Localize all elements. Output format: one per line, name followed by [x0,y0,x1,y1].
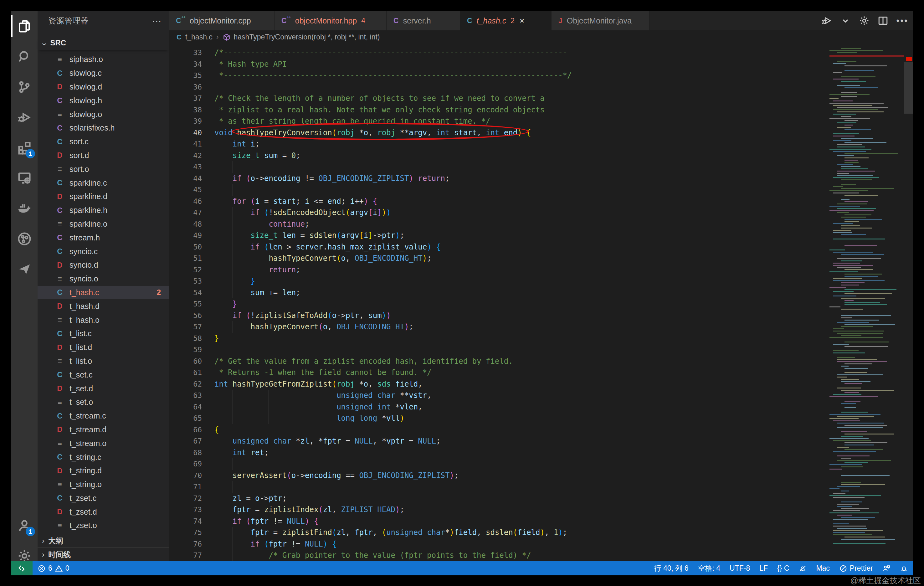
code-line-70[interactable]: 70 serverAssert(o->encoding == OBJ_ENCOD… [169,470,913,482]
code-line-66[interactable]: 66{ [169,424,913,436]
file-row-syncio.c[interactable]: Csyncio.c [38,244,169,258]
sidebar-section-src[interactable]: ⌄ SRC [38,36,169,50]
files-activity-icon[interactable] [11,11,38,41]
code-line-62[interactable]: 62int hashTypeGetFromZiplist(robj *o, sd… [169,378,913,390]
code-line-67[interactable]: 67 unsigned char *zl, *fptr = NULL, *vpt… [169,436,913,447]
file-row-slowlog.c[interactable]: Cslowlog.c [38,66,169,80]
docker-activity-icon[interactable] [11,193,38,223]
code-line-71[interactable]: 71 [169,481,913,493]
code-line-56[interactable]: 56 if (!ziplistSafeToAdd(o->ptr, sum)) [169,310,913,322]
file-row-siphash.o[interactable]: ≡siphash.o [38,53,169,66]
scrollbar-slider[interactable] [904,62,913,114]
code-line-76[interactable]: 76 if (fptr != NULL) { [169,538,913,550]
file-row-slowlog.d[interactable]: Dslowlog.d [38,80,169,94]
breadcrumb-symbol[interactable]: hashTypeTryConversion(robj *, robj **, i… [234,33,380,41]
tab-ObjectMonitor.java[interactable]: JObjectMonitor.java [551,11,650,30]
file-row-sparkline.d[interactable]: Dsparkline.d [38,190,169,203]
file-row-solarisfixes.h[interactable]: Csolarisfixes.h [38,121,169,135]
code-line-55[interactable]: 55 } [169,298,913,310]
code-line-34[interactable]: 34 * Hash type API [169,59,913,70]
sidebar-more-actions-icon[interactable]: ⋯ [152,15,162,26]
file-row-t_set.c[interactable]: Ct_set.c [38,368,169,381]
code-line-48[interactable]: 48 continue; [169,218,913,230]
code-line-47[interactable]: 47 if (!sdsEncodedObject(argv[i])) [169,207,913,218]
problems-status[interactable]: 60 [38,564,69,573]
file-row-t_string.c[interactable]: Ct_string.c [38,450,169,464]
status-item[interactable]: UTF-8 [729,564,750,573]
file-row-syncio.d[interactable]: Dsyncio.d [38,258,169,272]
file-row-t_stream.d[interactable]: Dt_stream.d [38,423,169,437]
code-line-69[interactable]: 69 [169,458,913,470]
circle-slash-status-item[interactable]: Prettier [839,564,873,573]
account-activity-icon[interactable]: 1 [11,510,38,541]
chevron-down-icon[interactable] [840,15,851,26]
file-row-t_hash.d[interactable]: Dt_hash.d [38,299,169,313]
file-row-slowlog.o[interactable]: ≡slowlog.o [38,107,169,121]
code-line-35[interactable]: 35 *------------------------------------… [169,70,913,81]
code-line-33[interactable]: 33/*------------------------------------… [169,47,913,59]
status-item[interactable]: 空格: 4 [698,563,720,573]
send-activity-icon[interactable] [11,254,38,284]
code-line-63[interactable]: 63 unsigned char **vstr, [169,390,913,401]
file-row-sparkline.o[interactable]: ≡sparkline.o [38,217,169,231]
file-row-t_hash.o[interactable]: ≡t_hash.o [38,313,169,327]
close-icon[interactable]: × [520,16,524,26]
code-line-68[interactable]: 68 int ret; [169,447,913,459]
code-line-74[interactable]: 74 if (fptr != NULL) { [169,515,913,527]
code-line-37[interactable]: 37/* Check the length of a number of obj… [169,92,913,104]
file-row-t_hash.c[interactable]: Ct_hash.c2 [38,286,169,300]
code-line-58[interactable]: 58} [169,333,913,344]
code-line-57[interactable]: 57 hashTypeConvert(o, OBJ_ENCODING_HT); [169,321,913,333]
code-line-50[interactable]: 50 if (len > server.hash_max_ziplist_val… [169,241,913,253]
code-line-60[interactable]: 60/* Get the value from a ziplist encode… [169,356,913,367]
minimap[interactable] [830,44,904,561]
file-row-t_string.d[interactable]: Dt_string.d [38,464,169,478]
file-row-t_zset.o[interactable]: ≡t_zset.o [38,519,169,533]
status-item[interactable]: Mac [816,564,830,573]
file-row-slowlog.h[interactable]: Cslowlog.h [38,94,169,107]
code-line-39[interactable]: 39 * as their string length can be queri… [169,116,913,127]
code-line-38[interactable]: 38 * ziplist to a real hash. Note that w… [169,104,913,116]
split-editor-icon[interactable] [878,15,888,26]
status-item[interactable]: {} C [777,564,789,573]
feedback-status-item[interactable] [883,565,891,573]
file-row-t_list.c[interactable]: Ct_list.c [38,327,169,340]
file-row-t_stream.c[interactable]: Ct_stream.c [38,409,169,423]
live-share-activity-icon[interactable] [11,223,38,254]
file-row-sparkline.h[interactable]: Csparkline.h [38,203,169,217]
code-area[interactable]: 33/*------------------------------------… [169,44,913,561]
tab-t_hash.c[interactable]: Ct_hash.c2× [460,11,551,30]
file-row-t_zset.c[interactable]: Ct_zset.c [38,492,169,505]
code-line-53[interactable]: 53 } [169,276,913,287]
code-line-51[interactable]: 51 hashTypeConvert(o, OBJ_ENCODING_HT); [169,253,913,264]
gear-icon[interactable] [859,15,870,26]
tab-server.h[interactable]: Cserver.h [386,11,460,30]
code-line-52[interactable]: 52 return; [169,264,913,276]
file-row-sort.o[interactable]: ≡sort.o [38,162,169,176]
code-line-54[interactable]: 54 sum += len; [169,287,913,299]
breadcrumb-file[interactable]: t_hash.c [185,33,213,41]
code-line-59[interactable]: 59 [169,344,913,356]
file-row-t_string.o[interactable]: ≡t_string.o [38,478,169,492]
code-line-41[interactable]: 41 int i; [169,139,913,150]
file-row-syncio.o[interactable]: ≡syncio.o [38,272,169,286]
code-line-44[interactable]: 44 if (o->encoding != OBJ_ENCODING_ZIPLI… [169,173,913,184]
tab-objectMonitor.cpp[interactable]: C++objectMonitor.cpp [169,11,274,30]
sidebar-panel-outline[interactable]: ›大纲 [38,534,169,548]
file-row-t_stream.o[interactable]: ≡t_stream.o [38,436,169,450]
status-item[interactable]: LF [759,564,768,573]
status-item[interactable]: 行 40, 列 6 [654,563,689,573]
code-line-64[interactable]: 64 unsigned int *vlen, [169,401,913,413]
code-line-46[interactable]: 46 for (i = start; i <= end; i++) { [169,196,913,207]
search-activity-icon[interactable] [11,41,38,72]
bell-muted-status-item[interactable] [799,565,807,573]
code-line-73[interactable]: 73 fptr = ziplistIndex(zl, ZIPLIST_HEAD)… [169,504,913,515]
breadcrumb[interactable]: C t_hash.c › hashTypeTryConversion(robj … [169,30,913,44]
more-icon[interactable]: ••• [896,16,908,26]
code-line-36[interactable]: 36 [169,81,913,93]
file-row-t_list.d[interactable]: Dt_list.d [38,340,169,354]
source-control-activity-icon[interactable] [11,72,38,102]
file-row-stream.h[interactable]: Cstream.h [38,231,169,244]
code-line-61[interactable]: 61 * Returns -1 when the field cannot be… [169,367,913,378]
code-line-77[interactable]: 77 /* Grab pointer to the value (fptr po… [169,550,913,561]
